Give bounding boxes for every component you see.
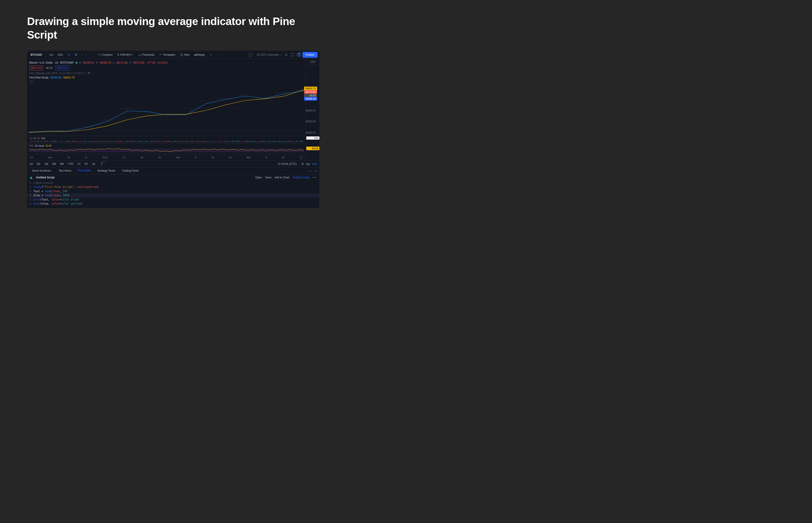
time-axis-tick: 8: [195, 156, 196, 159]
publish-button[interactable]: Publish: [303, 52, 318, 58]
redo-button[interactable]: [215, 52, 222, 57]
svg-rect-249: [183, 141, 183, 142]
svg-rect-203: [132, 141, 133, 142]
collapse-legend-button[interactable]: ⌃: [29, 80, 34, 84]
range-5Y[interactable]: 5Y: [85, 162, 88, 165]
script-name[interactable]: Untitled Script: [36, 176, 55, 179]
panel-window-controls[interactable]: — □: [309, 169, 317, 173]
svg-rect-161: [86, 141, 87, 142]
tab-pine-editor[interactable]: Pine Editor: [75, 167, 94, 174]
code-line[interactable]: 1//@version=4: [27, 181, 319, 185]
svg-rect-183: [110, 141, 111, 142]
tradingview-app: BTCUSD 1m15m1hD▾ +Compare fxIndicators▾ …: [27, 51, 319, 208]
svg-rect-110: [31, 141, 31, 142]
range-6M[interactable]: 6M: [60, 162, 64, 165]
interval-1m[interactable]: 1m: [48, 52, 55, 57]
settings-icon[interactable]: [284, 52, 289, 57]
screenshot-icon[interactable]: [296, 52, 302, 57]
svg-rect-169: [95, 141, 96, 142]
range-5D[interactable]: 5D: [37, 162, 40, 165]
svg-rect-191: [119, 141, 120, 142]
goto-date-button[interactable]: [102, 162, 102, 165]
code-line[interactable]: 3fast = sma(close, 24): [27, 189, 319, 194]
svg-rect-257: [192, 141, 192, 142]
pct-toggle[interactable]: %: [301, 162, 304, 165]
tab-trading-panel[interactable]: Trading Panel: [119, 168, 141, 174]
interval-more-icon[interactable]: ▾: [79, 53, 84, 57]
indicator-muted[interactable]: CM_Ultimate_MA_MTF_V2 D 200 7 2 2 50 7 1: [29, 71, 86, 75]
axis-settings-icon[interactable]: [300, 156, 303, 159]
svg-rect-233: [165, 141, 166, 142]
replay-button[interactable]: ◂◂Replay: [192, 52, 206, 57]
svg-rect-280: [217, 142, 217, 142]
svg-rect-238: [171, 141, 171, 142]
undo-button[interactable]: [207, 52, 214, 57]
svg-rect-254: [188, 141, 189, 142]
svg-rect-284: [221, 142, 222, 142]
svg-rect-117: [38, 141, 39, 142]
symbol-button[interactable]: BTCUSD: [29, 52, 44, 57]
layout-button[interactable]: [247, 52, 254, 57]
rsi-panel: RSI 20 close 50.04 50.04: [27, 143, 306, 155]
svg-rect-207: [137, 142, 137, 142]
range-1Y[interactable]: 1Y: [77, 162, 81, 165]
auto-toggle[interactable]: auto: [312, 162, 317, 165]
svg-rect-127: [49, 142, 50, 142]
visibility-off-icon[interactable]: [87, 71, 90, 75]
add-to-chart-button[interactable]: Add to Chart: [274, 176, 290, 179]
range-All[interactable]: All: [92, 162, 95, 165]
code-line[interactable]: 4slow = sma(close, 200): [27, 193, 319, 198]
alert-button[interactable]: Alert: [178, 52, 192, 57]
svg-rect-164: [90, 141, 90, 142]
templates-button[interactable]: Templates: [157, 52, 177, 57]
publish-script-button[interactable]: Publish Script: [293, 176, 309, 179]
svg-rect-347: [290, 141, 291, 142]
svg-rect-322: [263, 141, 264, 142]
more-menu-icon[interactable]: •••: [312, 176, 317, 179]
price-chart[interactable]: 56803.7556173.8849:5955886.8940000.00300…: [29, 86, 304, 136]
svg-rect-294: [232, 141, 233, 142]
indicator-fps[interactable]: First Pine Script: [29, 75, 49, 79]
code-line[interactable]: 6plot(slow, color=color.yellow): [27, 202, 319, 206]
code-line[interactable]: 5plot(fast, color=color.blue): [27, 198, 319, 202]
interval-1h[interactable]: 1h: [66, 52, 72, 57]
svg-rect-246: [180, 141, 180, 142]
svg-rect-356: [300, 141, 301, 142]
svg-rect-323: [264, 141, 265, 142]
svg-rect-146: [70, 141, 70, 142]
range-1M[interactable]: 1M: [44, 162, 48, 165]
svg-rect-182: [109, 141, 110, 142]
tab-strategy-tester[interactable]: Strategy Tester: [94, 168, 118, 174]
tab-stock-screener[interactable]: Stock Screener▾: [29, 168, 55, 174]
svg-rect-196: [125, 141, 125, 142]
financials-button[interactable]: Financials: [137, 52, 156, 57]
tab-text-notes[interactable]: Text Notes: [56, 168, 74, 174]
svg-rect-287: [225, 141, 225, 142]
svg-rect-326: [267, 141, 268, 142]
open-button[interactable]: Open: [255, 176, 262, 179]
price-axis-tick: 56173.88: [304, 90, 317, 94]
time-axis-tick: 15: [211, 156, 214, 159]
range-YTD[interactable]: YTD: [68, 162, 73, 165]
svg-rect-125: [47, 141, 47, 142]
svg-rect-179: [106, 141, 106, 142]
time-axis-tick: 22: [229, 156, 232, 159]
svg-rect-285: [222, 141, 223, 142]
code-line[interactable]: 2study("First Pine Script", overlay=true…: [27, 185, 319, 189]
candles-icon[interactable]: [88, 54, 92, 56]
code-editor[interactable]: 1//@version=42study("First Pine Script",…: [27, 180, 319, 209]
bid-tag: 56174.23: [29, 66, 43, 70]
save-layout-button[interactable]: BTC Overview▾: [255, 52, 283, 57]
save-button[interactable]: Save: [265, 176, 271, 179]
interval-D[interactable]: D: [73, 52, 79, 57]
log-toggle[interactable]: log: [306, 162, 310, 165]
compare-button[interactable]: +Compare: [96, 52, 114, 57]
range-3M[interactable]: 3M: [52, 162, 56, 165]
interval-15m[interactable]: 15m: [56, 52, 65, 57]
fullscreen-icon[interactable]: [290, 52, 295, 57]
svg-rect-119: [40, 141, 41, 142]
svg-rect-343: [286, 141, 286, 142]
svg-rect-131: [53, 141, 54, 142]
range-1D[interactable]: 1D: [29, 162, 33, 165]
indicators-button[interactable]: fxIndicators▾: [115, 52, 135, 57]
